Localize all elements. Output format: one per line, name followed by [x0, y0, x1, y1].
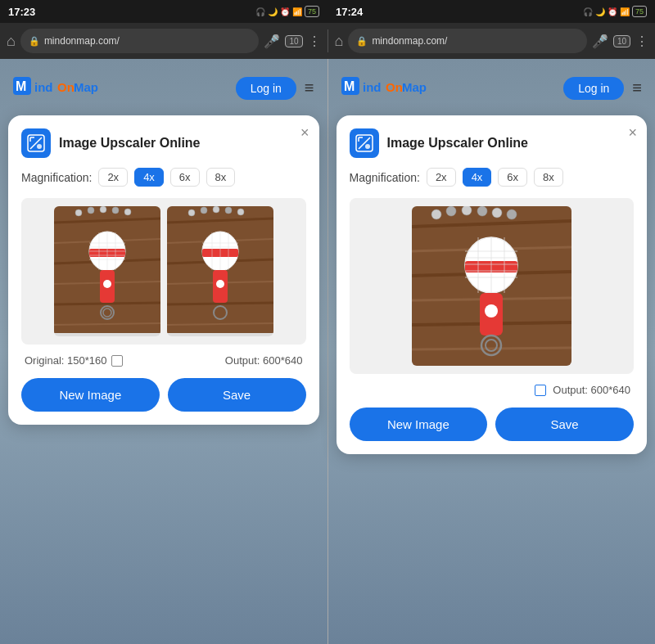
svg-point-18	[124, 209, 131, 215]
mic-icon-right[interactable]: 🎤	[592, 34, 608, 49]
dialog-header-right: Image Upscaler Online	[350, 128, 635, 158]
dialog-icon-right	[350, 128, 379, 158]
more-icon-right[interactable]: ⋮	[635, 34, 648, 49]
mag-2x-left[interactable]: 2x	[98, 168, 128, 187]
svg-point-61	[365, 144, 370, 149]
browser-bar: ⌂ 🔒 mindonmap.com/ 🎤 10 ⋮ ⌂ 🔒 mindonmap.…	[0, 23, 655, 59]
info-row-right: Output: 600*640	[350, 384, 635, 396]
output-image-left	[167, 206, 273, 336]
checkbox-left[interactable]	[111, 355, 123, 367]
mag-6x-left[interactable]: 6x	[170, 168, 200, 187]
svg-point-86	[485, 304, 498, 317]
svg-point-30	[103, 280, 111, 288]
header-right-left: Log in ≡	[236, 77, 314, 100]
output-label-left: Output: 600*640	[225, 354, 303, 367]
svg-line-12	[54, 303, 160, 304]
main-content: M ind On Map Log in ≡ ×	[0, 59, 655, 644]
svg-point-44	[237, 209, 244, 215]
mag-label-left: Magnification:	[21, 171, 92, 184]
url-text-right: mindonmap.com/	[372, 35, 447, 47]
mag-6x-right[interactable]: 6x	[498, 168, 527, 187]
login-button-right[interactable]: Log in	[563, 77, 624, 100]
mag-8x-right[interactable]: 8x	[534, 168, 563, 187]
mag-4x-left[interactable]: 4x	[134, 168, 164, 187]
tab-badge-left[interactable]: 10	[285, 35, 302, 47]
app-header-left: M ind On Map Log in ≡	[0, 67, 328, 109]
save-button-left[interactable]: Save	[168, 378, 306, 412]
action-row-right: New Image Save	[350, 408, 635, 441]
images-area-right	[350, 198, 635, 374]
svg-text:ind: ind	[363, 80, 382, 94]
time-right: 17:24	[336, 6, 363, 18]
header-right-right: Log in ≡	[563, 77, 642, 100]
time-left: 17:23	[8, 6, 35, 18]
hamburger-menu-right[interactable]: ≡	[632, 79, 642, 97]
status-bar: 17:23 🎧 🌙 ⏰ 📶 75 17:24 🎧 🌙 ⏰ 📶 75	[0, 0, 655, 23]
svg-point-70	[446, 206, 456, 216]
browser-bar-left: ⌂ 🔒 mindonmap.com/ 🎤 10 ⋮	[0, 23, 328, 59]
more-icon-left[interactable]: ⋮	[308, 34, 321, 49]
home-icon-left[interactable]: ⌂	[7, 33, 16, 50]
login-button-left[interactable]: Log in	[236, 77, 296, 100]
dialog-card-right: × Image Upscaler Online Magnification: 2…	[337, 115, 648, 454]
url-text-left: mindonmap.com/	[44, 35, 120, 47]
svg-point-73	[492, 208, 502, 218]
lock-icon-left: 🔒	[29, 36, 40, 47]
svg-text:M: M	[16, 79, 26, 93]
output-image-right	[412, 206, 571, 366]
svg-point-74	[507, 209, 517, 219]
svg-point-72	[477, 206, 487, 216]
dialog-title-left: Image Upscaler Online	[59, 136, 201, 151]
app-header-right: M ind On Map Log in ≡	[328, 67, 656, 109]
svg-point-17	[112, 207, 119, 214]
hamburger-menu-left[interactable]: ≡	[305, 79, 314, 97]
svg-point-42	[213, 206, 219, 213]
mag-2x-right[interactable]: 2x	[427, 168, 456, 187]
phone-panel-left: M ind On Map Log in ≡ ×	[0, 59, 328, 644]
svg-point-43	[225, 207, 232, 214]
logo-right: M ind On Map	[341, 74, 431, 102]
svg-text:On: On	[57, 80, 75, 94]
close-button-right[interactable]: ×	[628, 125, 637, 140]
upscaler-icon-left	[27, 134, 45, 152]
dialog-card-left: × Image Upscaler Online Magnification: 2…	[8, 115, 319, 425]
svg-text:ind: ind	[34, 80, 53, 94]
logo-left: M ind On Map	[13, 74, 103, 102]
svg-point-6	[37, 144, 42, 149]
svg-text:Map: Map	[402, 80, 427, 94]
mag-row-right: Magnification: 2x 4x 6x 8x	[350, 168, 635, 187]
svg-point-16	[100, 206, 106, 213]
svg-point-53	[216, 280, 224, 288]
url-bar-right[interactable]: 🔒 mindonmap.com/	[348, 29, 587, 53]
svg-text:On: On	[386, 80, 403, 94]
save-button-right[interactable]: Save	[495, 408, 634, 441]
tab-badge-right[interactable]: 10	[613, 35, 630, 47]
status-bar-right: 17:24 🎧 🌙 ⏰ 📶 75	[328, 0, 655, 23]
close-button-left[interactable]: ×	[300, 125, 309, 140]
svg-line-38	[167, 303, 273, 304]
mic-icon-left[interactable]: 🎤	[264, 34, 280, 49]
new-image-button-left[interactable]: New Image	[21, 378, 160, 412]
info-row-left: Original: 150*160 Output: 600*640	[21, 354, 306, 367]
phone-panel-right: M ind On Map Log in ≡ ×	[328, 59, 656, 644]
svg-line-68	[412, 348, 571, 349]
mag-8x-left[interactable]: 8x	[206, 168, 236, 187]
svg-point-71	[462, 206, 472, 215]
logo-svg-left: M ind On Map	[13, 74, 103, 98]
new-image-button-right[interactable]: New Image	[350, 408, 488, 441]
lock-icon-right: 🔒	[356, 36, 368, 47]
original-label-left: Original: 150*160	[25, 354, 106, 367]
home-icon-right[interactable]: ⌂	[335, 33, 344, 50]
mag-4x-right[interactable]: 4x	[463, 168, 492, 187]
status-icons-left: 🎧 🌙 ⏰ 📶 75	[255, 6, 319, 17]
logo-svg-right: M ind On Map	[341, 74, 431, 98]
original-info-left: Original: 150*160	[25, 354, 123, 367]
svg-text:Map: Map	[74, 80, 98, 94]
url-bar-left[interactable]: 🔒 mindonmap.com/	[20, 29, 260, 53]
dialog-title-right: Image Upscaler Online	[387, 136, 529, 151]
status-bar-left: 17:23 🎧 🌙 ⏰ 📶 75	[0, 0, 328, 23]
images-area-left	[21, 198, 306, 345]
svg-point-69	[431, 209, 441, 219]
checkbox-right[interactable]	[535, 385, 546, 396]
svg-point-15	[88, 207, 94, 214]
